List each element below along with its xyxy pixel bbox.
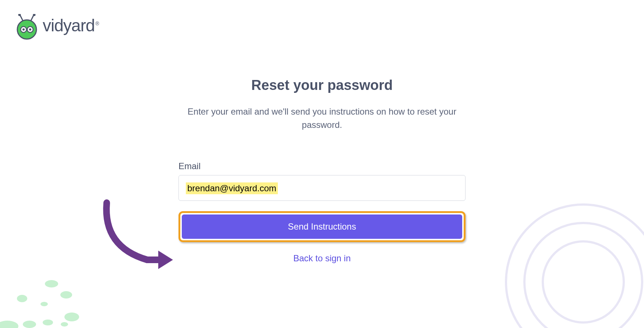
svg-marker-9 (158, 251, 173, 269)
back-to-signin-link[interactable]: Back to sign in (293, 253, 351, 264)
reset-password-form: Reset your password Enter your email and… (178, 77, 466, 264)
svg-point-21 (543, 241, 624, 322)
svg-point-20 (524, 223, 642, 328)
svg-point-6 (22, 28, 25, 31)
page-title: Reset your password (178, 77, 466, 93)
send-instructions-button[interactable]: Send Instructions (182, 214, 462, 239)
brand-logo: vidyard® (15, 14, 99, 37)
vidyard-logo-icon (15, 14, 38, 37)
email-form-group: Email brendan@vidyard.com (178, 161, 466, 201)
svg-point-13 (17, 295, 27, 302)
decorative-circles-icon (500, 199, 644, 328)
svg-point-8 (29, 28, 31, 31)
svg-point-19 (506, 205, 644, 328)
svg-point-12 (45, 280, 58, 287)
arrow-annotation-icon (92, 199, 177, 273)
svg-point-18 (40, 302, 48, 306)
button-highlight-annotation: Send Instructions (178, 211, 466, 242)
svg-point-10 (0, 321, 18, 328)
svg-point-17 (61, 322, 68, 327)
email-label: Email (178, 161, 466, 171)
page-subtitle: Enter your email and we'll send you inst… (178, 105, 466, 132)
svg-point-14 (43, 320, 53, 325)
svg-point-15 (60, 291, 72, 299)
brand-name: vidyard® (43, 15, 99, 35)
svg-point-16 (64, 313, 79, 321)
decorative-blobs-icon (0, 262, 88, 328)
email-field[interactable] (178, 175, 466, 201)
svg-point-11 (23, 321, 36, 328)
